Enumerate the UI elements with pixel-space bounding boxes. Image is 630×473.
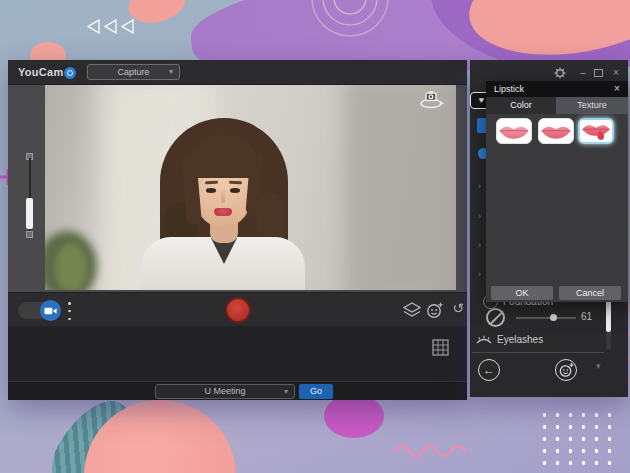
bg-dots-grid bbox=[538, 409, 612, 467]
kebab-menu-icon[interactable] bbox=[68, 302, 72, 320]
grid-view-icon[interactable] bbox=[432, 339, 449, 356]
beautify-panel: – × ♥ › › › › Foundation 61 Eyelashes bbox=[470, 60, 628, 397]
media-tray bbox=[8, 326, 467, 381]
bg-squiggle bbox=[392, 440, 476, 458]
toolbar: ↺ bbox=[8, 292, 467, 326]
woman-nose bbox=[221, 188, 225, 203]
tab-texture[interactable]: Texture bbox=[556, 97, 628, 114]
video-camera-icon[interactable] bbox=[40, 300, 61, 321]
bg-magenta-blob bbox=[324, 394, 384, 438]
divider bbox=[472, 352, 604, 353]
tab-color[interactable]: Color bbox=[486, 97, 556, 114]
disable-effect-icon[interactable] bbox=[486, 308, 505, 327]
meeting-dropdown[interactable]: U Meeting ▾ bbox=[155, 384, 295, 399]
foundation-slider-track[interactable] bbox=[516, 317, 576, 319]
gear-icon[interactable] bbox=[554, 67, 566, 79]
cancel-button[interactable]: Cancel bbox=[559, 286, 621, 300]
lipstick-popup-header: Lipstick × bbox=[486, 81, 628, 97]
foundation-slider-handle[interactable] bbox=[550, 314, 557, 321]
meeting-bar: U Meeting ▾ Go bbox=[8, 381, 467, 400]
meeting-dropdown-value: U Meeting bbox=[204, 386, 245, 396]
back-button[interactable]: ← bbox=[478, 359, 500, 381]
lipstick-popup: Lipstick × Color Texture bbox=[486, 81, 628, 302]
lipstick-popup-title: Lipstick bbox=[494, 84, 524, 94]
zoom-slider-thumb[interactable] bbox=[26, 198, 33, 229]
foundation-value: 61 bbox=[581, 311, 592, 322]
woman-eye-right bbox=[230, 188, 240, 193]
add-face-button[interactable] bbox=[555, 359, 577, 381]
chevron-right-icon: › bbox=[478, 211, 481, 221]
plant-leaf-blur bbox=[55, 243, 87, 290]
close-button[interactable]: × bbox=[609, 66, 623, 80]
lipstick-swatch-2[interactable] bbox=[538, 118, 574, 144]
chevron-down-icon: ▾ bbox=[284, 385, 288, 398]
capture-label: Capture bbox=[117, 67, 149, 77]
camera-switch-icon[interactable] bbox=[418, 89, 444, 111]
bg-concentric-arcs bbox=[300, 0, 400, 50]
capture-mode-dropdown[interactable]: Capture ▾ bbox=[87, 64, 180, 80]
lipstick-swatch-3-selected[interactable] bbox=[578, 118, 614, 144]
eyelashes-label: Eyelashes bbox=[497, 334, 543, 345]
go-button[interactable]: Go bbox=[299, 384, 333, 399]
chevron-right-icon: › bbox=[478, 240, 481, 250]
lipstick-swatch-1[interactable] bbox=[496, 118, 532, 144]
youcam-window: YouCam 9 Capture ▾ bbox=[8, 60, 467, 400]
eyelashes-icon bbox=[475, 334, 493, 346]
close-icon[interactable]: × bbox=[611, 82, 623, 96]
chevron-down-icon: ▾ bbox=[169, 65, 173, 79]
beautify-face-icon[interactable] bbox=[426, 301, 444, 319]
zoom-slider-bottom-handle[interactable] bbox=[26, 231, 33, 238]
preview-shaded-area bbox=[345, 85, 456, 290]
woman-lips bbox=[214, 208, 232, 216]
scroll-down-icon[interactable]: ▾ bbox=[596, 361, 601, 371]
preview-frame bbox=[8, 85, 467, 292]
chevron-right-icon: › bbox=[478, 181, 481, 191]
bg-triangle-arrows-icon bbox=[86, 19, 138, 37]
woman-eye-left bbox=[206, 188, 216, 193]
minimize-button[interactable]: – bbox=[576, 66, 590, 80]
undo-icon[interactable]: ↺ bbox=[449, 299, 467, 317]
chevron-right-icon: › bbox=[478, 269, 481, 279]
back-arrow-icon: ← bbox=[483, 363, 495, 377]
layers-icon[interactable] bbox=[403, 301, 421, 319]
titlebar: YouCam 9 Capture ▾ bbox=[8, 60, 467, 85]
webcam-preview bbox=[45, 85, 456, 290]
screen: YouCam 9 Capture ▾ bbox=[0, 0, 630, 473]
record-button[interactable] bbox=[225, 297, 251, 323]
maximize-button[interactable] bbox=[594, 69, 603, 77]
ok-button[interactable]: OK bbox=[491, 286, 553, 300]
youcam-logo-icon bbox=[64, 67, 76, 79]
